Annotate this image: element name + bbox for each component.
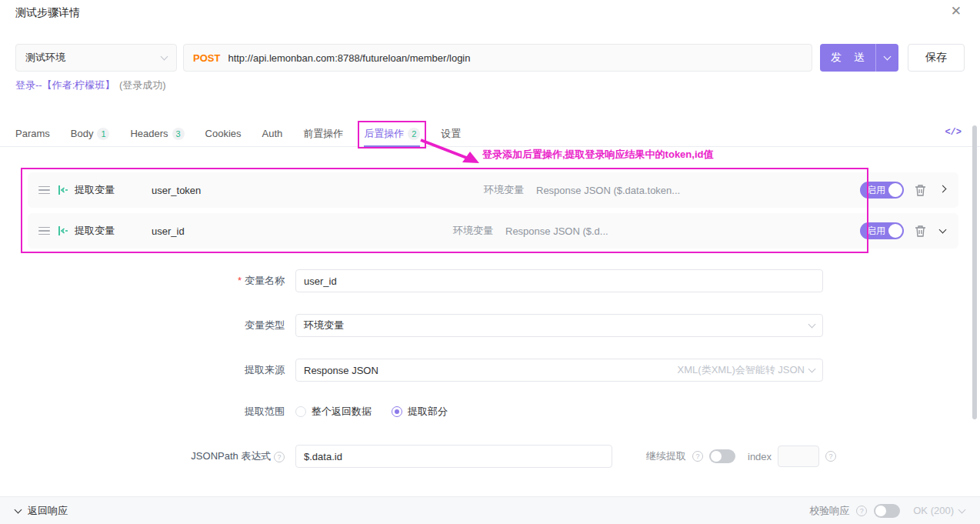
validate-response-label: 校验响应 bbox=[809, 504, 849, 518]
send-button[interactable]: 发 送 bbox=[820, 44, 875, 72]
tab-bar: Params Body1 Headers3 Cookies Auth 前置操作 … bbox=[0, 121, 980, 147]
save-button[interactable]: 保存 bbox=[908, 44, 965, 72]
operation-variable-name: user_id bbox=[152, 225, 453, 237]
operation-variable-type: 环境变量 bbox=[484, 183, 524, 197]
operation-row-user-id[interactable]: 提取变量 user_id 环境变量 Response JSON ($.d... … bbox=[28, 213, 958, 249]
variable-name-input[interactable] bbox=[295, 269, 823, 292]
send-dropdown-button[interactable] bbox=[875, 44, 898, 72]
annotation-text: 登录添加后置操作,提取登录响应结果中的token,id值 bbox=[482, 148, 713, 162]
tab-post-operations[interactable]: 后置操作 2 bbox=[364, 121, 420, 147]
url-value: http://api.lemonban.com:8788/futureloan/… bbox=[228, 52, 470, 64]
continue-extract-toggle[interactable] bbox=[709, 449, 735, 463]
active-tab-underline bbox=[364, 145, 420, 147]
jsonpath-label: JSONPath 表达式 bbox=[191, 450, 271, 462]
tab-settings[interactable]: 设置 bbox=[441, 121, 461, 147]
tab-badge: 3 bbox=[172, 128, 185, 140]
environment-select-value: 测试环境 bbox=[25, 51, 162, 65]
index-label: index bbox=[748, 451, 772, 462]
chevron-down-icon bbox=[808, 365, 816, 373]
chevron-down-icon bbox=[161, 53, 168, 61]
radio-icon bbox=[295, 406, 306, 417]
radio-extract-part[interactable]: 提取部分 bbox=[392, 405, 448, 419]
response-label: 返回响应 bbox=[28, 504, 68, 518]
extract-variable-icon bbox=[57, 184, 69, 196]
tab-badge: 2 bbox=[408, 128, 420, 140]
help-icon[interactable]: ? bbox=[274, 452, 285, 462]
toggle-knob bbox=[888, 224, 902, 238]
tab-badge: 1 bbox=[97, 128, 109, 140]
tab-auth[interactable]: Auth bbox=[262, 121, 283, 147]
operation-row-user-token[interactable]: 提取变量 user_token 环境变量 Response JSON ($.da… bbox=[28, 172, 958, 208]
tab-cookies[interactable]: Cookies bbox=[205, 121, 242, 147]
status-value: OK (200) bbox=[913, 505, 954, 516]
enable-toggle[interactable]: 启用 bbox=[860, 182, 904, 199]
extract-source-value: Response JSON bbox=[304, 365, 378, 376]
drag-handle-icon[interactable] bbox=[38, 186, 50, 195]
continue-extract-label: 继续提取 bbox=[646, 449, 686, 463]
post-operation-list: 提取变量 user_token 环境变量 Response JSON ($.da… bbox=[28, 172, 958, 254]
send-button-group: 发 送 bbox=[820, 44, 898, 72]
operation-variable-name: user_token bbox=[152, 185, 453, 196]
tab-params[interactable]: Params bbox=[15, 121, 50, 147]
form-row-extract-source: 提取来源 Response JSON XML(类XML)会智能转 JSON bbox=[15, 359, 965, 382]
step-info: 登录--【作者:柠檬班】 (登录成功) bbox=[15, 78, 166, 92]
extract-range-label: 提取范围 bbox=[15, 405, 285, 419]
variable-type-label: 变量类型 bbox=[15, 319, 285, 332]
delete-button[interactable] bbox=[915, 184, 926, 197]
test-step-dialog: 测试步骤详情 ✕ 测试环境 POST http://api.lemonban.c… bbox=[0, 0, 980, 524]
help-icon[interactable]: ? bbox=[856, 506, 867, 516]
form-row-variable-name: *变量名称 bbox=[15, 269, 965, 292]
drag-handle-icon[interactable] bbox=[38, 227, 50, 235]
chevron-down-icon bbox=[15, 506, 22, 513]
operation-source-summary: Response JSON ($.d... bbox=[505, 225, 608, 237]
close-icon[interactable]: ✕ bbox=[951, 5, 962, 18]
form-row-extract-range: 提取范围 整个返回数据 提取部分 bbox=[15, 403, 965, 420]
variable-type-select[interactable]: 环境变量 bbox=[295, 314, 823, 337]
xml-smart-convert-select[interactable]: XML(类XML)会智能转 JSON bbox=[678, 363, 815, 377]
chevron-down-icon bbox=[958, 506, 966, 513]
footer-bar: 返回响应 校验响应 ? OK (200) bbox=[0, 496, 980, 524]
form-row-variable-type: 变量类型 环境变量 bbox=[15, 314, 965, 337]
validate-response-toggle[interactable] bbox=[874, 504, 900, 518]
variable-name-label: 变量名称 bbox=[245, 275, 285, 286]
tab-pre-operations[interactable]: 前置操作 bbox=[303, 121, 343, 147]
enable-toggle[interactable]: 启用 bbox=[860, 222, 904, 239]
radio-selected-icon bbox=[392, 406, 402, 417]
extract-source-select[interactable]: Response JSON XML(类XML)会智能转 JSON bbox=[295, 359, 823, 382]
help-icon[interactable]: ? bbox=[825, 451, 836, 462]
vertical-scrollbar[interactable] bbox=[972, 125, 977, 419]
required-mark: * bbox=[238, 275, 242, 286]
help-icon[interactable]: ? bbox=[692, 451, 703, 462]
radio-whole-response[interactable]: 整个返回数据 bbox=[295, 405, 372, 419]
tab-headers[interactable]: Headers3 bbox=[130, 121, 184, 147]
environment-select[interactable]: 测试环境 bbox=[15, 44, 177, 72]
extract-variable-icon bbox=[57, 225, 69, 237]
delete-button[interactable] bbox=[915, 225, 926, 238]
operation-variable-type: 环境变量 bbox=[453, 224, 493, 238]
request-bar: 测试环境 POST http://api.lemonban.com:8788/f… bbox=[15, 44, 965, 72]
step-name-link[interactable]: 登录--【作者:柠檬班】 bbox=[15, 79, 115, 91]
code-view-icon[interactable]: </> bbox=[945, 127, 962, 138]
variable-type-value: 环境变量 bbox=[304, 319, 344, 332]
response-section-toggle[interactable]: 返回响应 bbox=[15, 504, 68, 518]
operation-type: 提取变量 bbox=[75, 183, 152, 197]
url-input[interactable]: POST http://api.lemonban.com:8788/future… bbox=[183, 44, 812, 72]
index-input[interactable] bbox=[778, 446, 819, 467]
method-label: POST bbox=[193, 52, 220, 64]
step-status: (登录成功) bbox=[119, 79, 166, 91]
extract-source-label: 提取来源 bbox=[15, 363, 285, 377]
chevron-down-icon bbox=[808, 321, 816, 329]
dialog-title: 测试步骤详情 bbox=[15, 6, 80, 20]
form-row-jsonpath: JSONPath 表达式 ? 继续提取 ? index ? bbox=[15, 445, 965, 468]
collapse-row-button[interactable] bbox=[937, 229, 948, 232]
jsonpath-input[interactable] bbox=[295, 445, 612, 468]
chevron-down-icon bbox=[884, 53, 892, 61]
tab-body[interactable]: Body1 bbox=[71, 121, 110, 147]
operation-source-summary: Response JSON ($.data.token... bbox=[536, 185, 680, 196]
toggle-knob bbox=[888, 183, 902, 197]
operation-type: 提取变量 bbox=[75, 224, 152, 238]
expand-row-button[interactable] bbox=[937, 189, 948, 192]
status-select[interactable]: OK (200) bbox=[913, 505, 965, 516]
